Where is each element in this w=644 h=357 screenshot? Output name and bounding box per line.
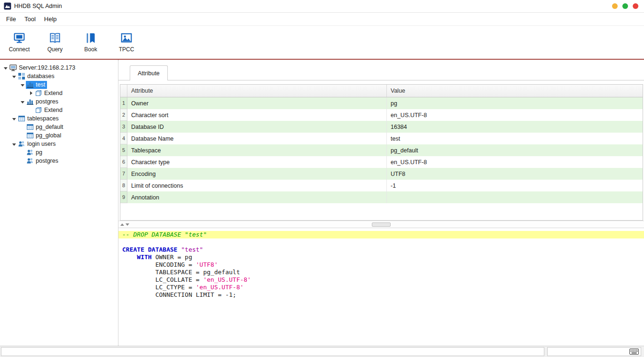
attribute-cell[interactable]: Annotation <box>127 191 387 203</box>
table-row[interactable]: 6Character typeen_US.UTF-8 <box>120 156 643 168</box>
databases-icon <box>18 72 25 80</box>
expander-down-icon[interactable] <box>11 141 17 147</box>
sql-line[interactable] <box>118 238 644 246</box>
sql-line[interactable]: LC_COLLATE = 'en_US.UTF-8' <box>118 276 644 284</box>
attribute-cell[interactable]: Database ID <box>127 121 387 133</box>
toolbar: ConnectQueryBookTPCC <box>0 26 644 60</box>
value-cell[interactable]: pg <box>387 97 643 109</box>
tree-item-label: Extend <box>44 107 63 113</box>
value-cell[interactable]: pg_default <box>387 144 643 156</box>
menu-help[interactable]: Help <box>40 14 61 24</box>
table-row[interactable]: 4Database Nametest <box>120 133 643 144</box>
tab-attribute[interactable]: Attribute <box>130 65 168 80</box>
tree-node-body[interactable]: tablespaces <box>17 115 61 123</box>
tree-item-extend[interactable]: Extend <box>0 106 118 114</box>
toolbar-button-query[interactable]: Query <box>40 29 70 56</box>
attribute-cell[interactable]: Encoding <box>127 168 387 180</box>
tree-item-postgres[interactable]: postgres <box>0 97 118 106</box>
value-cell[interactable]: 16384 <box>387 121 643 133</box>
sql-line[interactable]: CREATE DATABASE "test" <box>118 246 644 254</box>
sql-token-plain <box>122 254 137 261</box>
row-number: 7 <box>120 168 127 180</box>
toolbar-button-tpcc[interactable]: TPCC <box>112 29 141 56</box>
tree-node-body[interactable]: databases <box>17 72 56 80</box>
value-cell[interactable]: -1 <box>387 180 643 191</box>
attribute-table: Attribute Value 1Ownerpg2Character sorte… <box>120 84 643 221</box>
attribute-cell[interactable]: Character sort <box>127 109 387 121</box>
value-cell[interactable]: en_US.UTF-8 <box>387 156 643 168</box>
tree-item-pg[interactable]: pg <box>0 148 118 157</box>
attribute-cell[interactable]: Tablespace <box>127 144 387 156</box>
expander-right-icon[interactable] <box>28 90 34 96</box>
minimize-button[interactable] <box>612 3 618 9</box>
collapse-down-icon[interactable] <box>126 223 129 226</box>
sql-line[interactable]: TABLESPACE = pg_default <box>118 269 644 276</box>
sql-line[interactable]: WITH OWNER = pg <box>118 254 644 261</box>
tree-item-login-users[interactable]: login users <box>0 140 118 148</box>
toolbar-button-book[interactable]: Book <box>76 29 105 56</box>
tree-node-body[interactable]: Extend <box>34 89 64 97</box>
tree-node-body[interactable]: pg_default <box>26 123 65 131</box>
expander-down-icon[interactable] <box>20 82 26 88</box>
tree-item-label: Extend <box>44 90 63 96</box>
menu-file[interactable]: File <box>2 14 20 24</box>
tree-item-server-192.168.2.173[interactable]: Server:192.168.2.173 <box>0 63 118 72</box>
maximize-button[interactable] <box>622 3 628 9</box>
status-right-panel <box>547 347 641 356</box>
splitter-handle-icon[interactable] <box>372 222 391 227</box>
sql-line[interactable]: CONNECTION LIMIT = -1; <box>118 291 644 299</box>
value-cell[interactable]: en_US.UTF-8 <box>387 109 643 121</box>
toolbar-button-connect[interactable]: Connect <box>5 29 34 56</box>
tree-node-body[interactable]: Extend <box>34 106 64 114</box>
column-header-value[interactable]: Value <box>387 85 643 97</box>
keyboard-icon[interactable] <box>629 349 639 355</box>
expander-down-icon[interactable] <box>11 116 17 122</box>
tree-item-pg-global[interactable]: pg_global <box>0 131 118 140</box>
sql-line[interactable]: LC_CTYPE = 'en_US.UTF-8' <box>118 284 644 291</box>
value-cell[interactable]: test <box>387 133 643 144</box>
attribute-cell[interactable]: Limit of connections <box>127 180 387 191</box>
expander-down-icon[interactable] <box>20 99 26 105</box>
tree-node-body[interactable]: pg <box>26 149 44 157</box>
close-button[interactable] <box>633 3 638 9</box>
column-header-attribute[interactable]: Attribute <box>127 85 387 97</box>
table-row[interactable]: 2Character sorten_US.UTF-8 <box>120 109 643 121</box>
table-row[interactable]: 5Tablespacepg_default <box>120 144 643 156</box>
tree-node-body[interactable]: Server:192.168.2.173 <box>9 64 77 72</box>
sql-current-line[interactable]: -- DROP DATABASE "test" <box>118 231 644 238</box>
attribute-cell[interactable]: Owner <box>127 97 387 109</box>
toolbar-button-label: Query <box>47 46 63 53</box>
menu-tool[interactable]: Tool <box>20 14 40 24</box>
tree-item-postgres[interactable]: postgres <box>0 157 118 165</box>
value-cell[interactable] <box>387 191 643 203</box>
user-icon <box>26 157 34 165</box>
table-row[interactable]: 7EncodingUTF8 <box>120 168 643 180</box>
tree-item-pg-default[interactable]: pg_default <box>0 123 118 131</box>
table-row[interactable]: 3Database ID16384 <box>120 121 643 133</box>
tree-item-test[interactable]: test <box>0 80 118 89</box>
tree-node-body[interactable]: postgres <box>26 98 60 106</box>
tree-node-body[interactable]: postgres <box>26 157 60 165</box>
sql-editor[interactable]: -- DROP DATABASE "test" CREATE DATABASE … <box>118 228 644 346</box>
value-cell[interactable]: UTF8 <box>387 168 643 180</box>
sql-token-string: 'en_US.UTF-8' <box>196 284 244 291</box>
tree-node-body[interactable]: pg_global <box>26 132 63 140</box>
table-row[interactable]: 1Ownerpg <box>120 97 643 109</box>
tree-item-label: test <box>36 81 45 88</box>
expander-spacer <box>20 124 26 130</box>
attribute-cell[interactable]: Character type <box>127 156 387 168</box>
tree-item-extend[interactable]: Extend <box>0 89 118 97</box>
attribute-cell[interactable]: Database Name <box>127 133 387 144</box>
tree-item-tablespaces[interactable]: tablespaces <box>0 114 118 123</box>
table-row[interactable]: 9Annotation <box>120 191 643 203</box>
expander-down-icon[interactable] <box>3 65 9 71</box>
row-number: 1 <box>120 97 127 109</box>
collapse-up-icon[interactable] <box>120 223 124 226</box>
splitter[interactable] <box>118 221 644 228</box>
tree-node-body[interactable]: login users <box>17 140 57 148</box>
table-row[interactable]: 8Limit of connections-1 <box>120 180 643 191</box>
tree-node-body[interactable]: test <box>26 81 47 89</box>
tree-item-databases[interactable]: databases <box>0 72 118 80</box>
expander-down-icon[interactable] <box>11 73 17 79</box>
sql-line[interactable]: ENCODING = 'UTF8' <box>118 261 644 269</box>
